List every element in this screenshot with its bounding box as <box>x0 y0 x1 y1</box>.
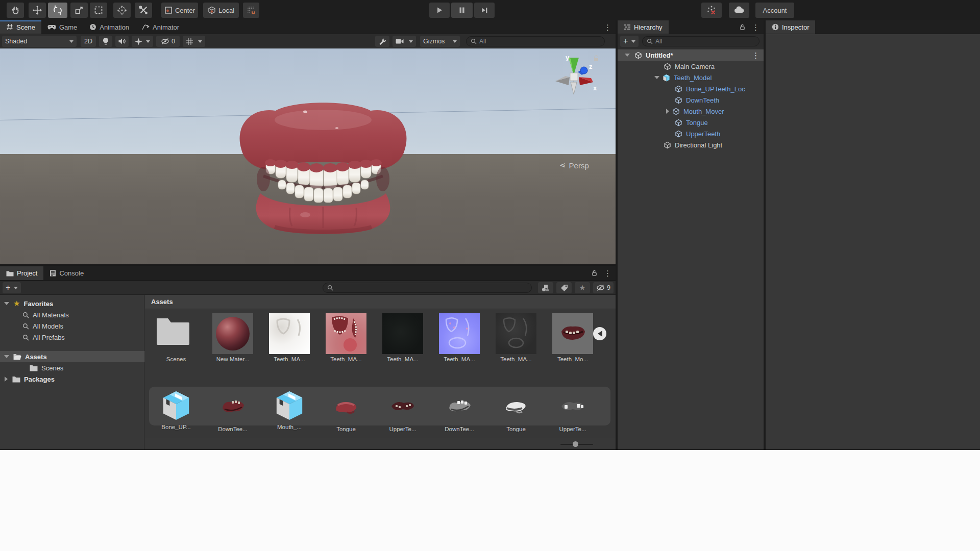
asset-item-bone-prefab[interactable]: Bone_UP... <box>151 389 202 430</box>
scene-lighting-button[interactable] <box>99 36 112 47</box>
teeth-model[interactable] <box>229 98 418 236</box>
scene-camera-dropdown[interactable] <box>393 36 416 47</box>
scene-viewport[interactable]: y z x ⋖ Persp Tools <box>0 48 616 264</box>
tree-item-assets[interactable]: Assets <box>0 351 144 362</box>
hand-tool-button[interactable] <box>7 3 24 18</box>
rect-tool-button[interactable] <box>90 3 107 18</box>
project-search-input[interactable] <box>336 284 527 291</box>
move-tool-button[interactable] <box>29 3 46 18</box>
grid-snap-button[interactable] <box>243 3 259 18</box>
project-search-field[interactable] <box>323 283 532 293</box>
asset-item-texture-red[interactable]: Teeth_MA... <box>321 313 372 362</box>
expander-icon[interactable] <box>4 355 9 358</box>
tree-item-all-models[interactable]: All Models <box>0 320 144 332</box>
asset-item-texture-white[interactable]: Teeth_MA... <box>264 313 315 362</box>
expander-icon[interactable] <box>5 377 8 382</box>
scene-search-input[interactable] <box>479 38 600 45</box>
prefab-cube-icon <box>663 74 670 82</box>
scene-row-menu-icon[interactable]: ⋮ <box>752 52 760 59</box>
hierarchy-item-bone-upteeth[interactable]: Bone_UPTeeth_Loc <box>618 83 764 94</box>
hierarchy-item-tongue[interactable]: Tongue <box>618 117 764 128</box>
scene-gizmo-lock-icon[interactable] <box>592 55 600 63</box>
tree-item-all-materials[interactable]: All Materials <box>0 309 144 320</box>
hierarchy-search-field[interactable] <box>642 36 760 46</box>
scene-tabbar-menu-icon[interactable]: ⋮ <box>604 23 611 31</box>
rotate-tool-button[interactable] <box>48 3 67 18</box>
transform-tool-button[interactable] <box>113 3 131 18</box>
tab-animator[interactable]: Animator <box>135 20 185 34</box>
step-button[interactable] <box>474 3 495 18</box>
scene-orientation-gizmo[interactable]: y z x <box>550 53 597 99</box>
tab-inspector[interactable]: Inspector <box>766 20 815 34</box>
custom-tools-button[interactable] <box>135 3 152 18</box>
perspective-toggle[interactable]: ⋖ Persp <box>559 161 589 170</box>
hidden-packages-button[interactable]: 9 <box>593 282 614 293</box>
expander-icon[interactable] <box>625 54 630 57</box>
pivot-toggle-button[interactable]: Center <box>161 3 198 18</box>
tab-game-label: Game <box>59 23 77 31</box>
collab-button[interactable] <box>701 3 722 18</box>
hierarchy-item-scene[interactable]: Untitled* ⋮ <box>618 49 764 61</box>
asset-item-teeth-model[interactable]: Teeth_Mo... <box>547 313 598 362</box>
scene-effects-dropdown[interactable] <box>132 36 153 47</box>
project-lock-icon[interactable] <box>591 270 598 277</box>
favorites-filter-button[interactable]: ★ <box>575 282 590 293</box>
thumbnail-size-slider-handle[interactable] <box>573 441 578 447</box>
gizmos-dropdown[interactable]: Gizmos <box>420 36 460 47</box>
2d-toggle-button[interactable]: 2D <box>81 36 96 47</box>
search-by-type-button[interactable] <box>538 282 553 293</box>
tree-item-scenes[interactable]: Scenes <box>0 362 144 373</box>
shading-mode-dropdown[interactable]: Shaded <box>2 36 77 47</box>
scene-debug-button[interactable] <box>375 36 389 47</box>
asset-item-texture-normalmap[interactable]: Teeth_MA... <box>434 313 485 362</box>
asset-item-texture-gray[interactable]: Teeth_MA... <box>491 313 542 362</box>
tab-hierarchy[interactable]: Hierarchy <box>618 20 669 34</box>
search-by-label-button[interactable] <box>556 282 572 293</box>
scene-search-field[interactable] <box>466 36 605 46</box>
create-asset-dropdown[interactable]: + <box>3 282 21 293</box>
tab-animation[interactable]: Animation <box>83 20 135 34</box>
scale-tool-button[interactable] <box>70 3 88 18</box>
asset-item-tongue-mesh-gray[interactable]: Tongue <box>491 391 542 432</box>
hierarchy-search-input[interactable] <box>655 38 755 45</box>
asset-item-downteeth-mesh[interactable]: DownTee... <box>207 391 258 432</box>
tree-item-packages[interactable]: Packages <box>0 373 144 385</box>
expander-icon[interactable] <box>4 302 9 305</box>
account-button[interactable]: Account <box>755 3 794 18</box>
asset-item-upperteeth-mesh-gray[interactable]: UpperTe... <box>547 391 598 432</box>
hierarchy-item-mouth-mover[interactable]: Mouth_Mover <box>618 106 764 117</box>
hierarchy-lock-icon[interactable] <box>739 24 746 31</box>
tab-game[interactable]: Game <box>41 20 83 34</box>
pause-button[interactable] <box>451 3 473 18</box>
tree-item-favorites[interactable]: ★ Favorites <box>0 298 144 309</box>
cloud-button[interactable] <box>729 3 749 18</box>
hierarchy-menu-icon[interactable]: ⋮ <box>752 23 760 31</box>
asset-item-tongue-mesh[interactable]: Tongue <box>321 391 372 432</box>
scene-visibility-button[interactable]: 0 <box>156 36 180 47</box>
tab-project[interactable]: Project <box>0 266 43 280</box>
tab-console[interactable]: Console <box>43 266 90 280</box>
expand-subassets-button[interactable] <box>593 327 606 340</box>
scene-audio-button[interactable] <box>115 36 129 47</box>
asset-item-upperteeth-mesh[interactable]: UpperTe... <box>377 391 428 432</box>
hierarchy-item-main-camera[interactable]: Main Camera <box>618 61 764 72</box>
scene-grid-dropdown[interactable] <box>183 36 205 47</box>
tab-scene[interactable]: Scene <box>0 20 41 34</box>
orientation-toggle-button[interactable]: Local <box>203 3 239 18</box>
hierarchy-item-downteeth[interactable]: DownTeeth <box>618 94 764 106</box>
expander-icon[interactable] <box>654 76 659 79</box>
hierarchy-item-directional-light[interactable]: Directional Light <box>618 139 764 151</box>
asset-item-downteeth-mesh-gray[interactable]: DownTee... <box>434 391 485 432</box>
project-menu-icon[interactable]: ⋮ <box>604 269 611 277</box>
tree-item-all-prefabs[interactable]: All Prefabs <box>0 332 144 343</box>
asset-item-material[interactable]: New Mater... <box>207 313 258 362</box>
asset-item-mouth-prefab[interactable]: Mouth_... <box>264 389 315 430</box>
asset-item-texture-dark[interactable]: Teeth_MA... <box>377 313 428 362</box>
hierarchy-item-teeth-model[interactable]: Teeth_Model <box>618 72 764 83</box>
texture-thumbnail <box>326 313 366 354</box>
asset-item-scenes-folder[interactable]: Scenes <box>151 313 202 362</box>
play-button[interactable] <box>429 3 450 18</box>
hierarchy-item-upperteeth[interactable]: UpperTeeth <box>618 128 764 139</box>
expander-icon[interactable] <box>666 109 669 114</box>
hierarchy-create-dropdown[interactable]: + <box>620 36 639 47</box>
